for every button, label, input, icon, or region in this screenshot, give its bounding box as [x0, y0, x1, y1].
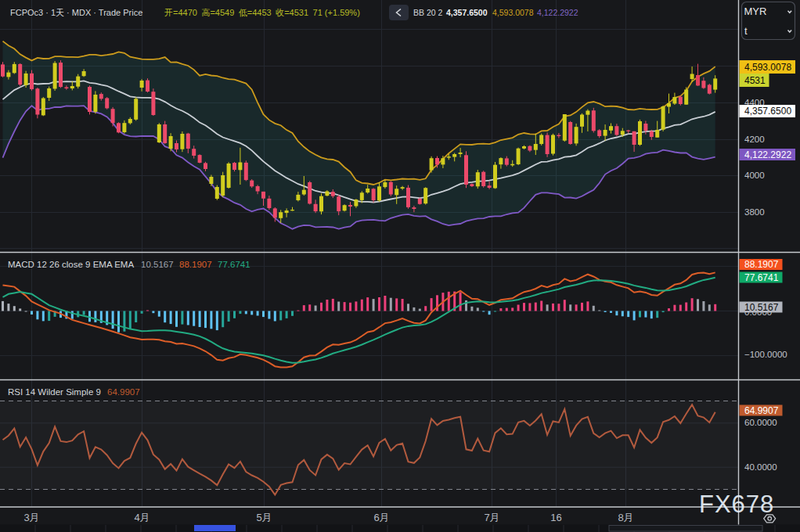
svg-text:4,357.6500: 4,357.6500 [446, 8, 488, 17]
svg-text:3800: 3800 [744, 207, 765, 217]
svg-text:16: 16 [550, 512, 561, 523]
svg-text:5月: 5月 [256, 512, 272, 523]
svg-text:88.1907: 88.1907 [179, 260, 212, 269]
svg-text:4,593.0078: 4,593.0078 [744, 62, 791, 73]
svg-text:40.0000: 40.0000 [744, 462, 777, 472]
svg-text:77.6741: 77.6741 [744, 272, 779, 283]
svg-text:FX678: FX678 [699, 491, 774, 518]
svg-text:开=4470 高=4549 低=4453 收=4531 71: 开=4470 高=4549 低=4453 收=4531 71 (+1.59%) [164, 8, 360, 17]
svg-text:t: t [744, 25, 748, 37]
svg-text:MYR: MYR [744, 5, 767, 17]
svg-text:4,122.2922: 4,122.2922 [537, 8, 578, 17]
svg-text:−100.0000: −100.0000 [744, 350, 787, 359]
svg-text:BB 20 2: BB 20 2 [413, 8, 443, 17]
svg-text:4,357.6500: 4,357.6500 [744, 106, 791, 117]
svg-text:60.0000: 60.0000 [744, 418, 777, 427]
svg-text:10.5167: 10.5167 [744, 302, 779, 313]
svg-text:4000: 4000 [744, 171, 765, 180]
svg-text:10.5167: 10.5167 [141, 260, 174, 269]
svg-text:77.6741: 77.6741 [218, 260, 250, 269]
svg-text:88.1907: 88.1907 [744, 259, 779, 270]
svg-text:64.9907: 64.9907 [744, 405, 779, 416]
svg-text:FCPOc3 · 1天 · MDX · Trade Pric: FCPOc3 · 1天 · MDX · Trade Price [10, 8, 142, 17]
svg-text:4,593.0078: 4,593.0078 [492, 8, 534, 17]
svg-text:4531: 4531 [744, 75, 766, 86]
svg-text:4200: 4200 [744, 135, 765, 144]
svg-text:3月: 3月 [23, 512, 39, 523]
svg-text:6月: 6月 [373, 512, 389, 523]
svg-text:RSI 14 Wilder Simple 9: RSI 14 Wilder Simple 9 [8, 387, 101, 397]
svg-text:4月: 4月 [134, 512, 150, 523]
svg-text:64.9907: 64.9907 [107, 387, 140, 397]
svg-text:4,122.2922: 4,122.2922 [744, 149, 791, 160]
svg-text:8月: 8月 [618, 512, 633, 523]
svg-text:7月: 7月 [484, 512, 499, 523]
svg-text:MACD 12 26 close 9 EMA EMA: MACD 12 26 close 9 EMA EMA [8, 260, 134, 269]
